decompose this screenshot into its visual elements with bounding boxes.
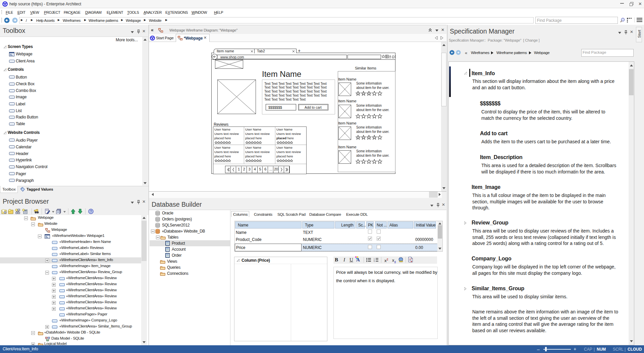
svg-text:?: ? [90,209,92,213]
svg-text:3: 3 [374,261,375,262]
